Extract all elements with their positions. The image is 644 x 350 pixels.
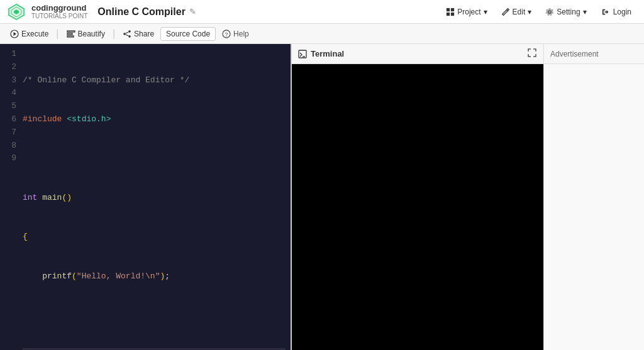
code-line-5: { (23, 231, 286, 244)
edit-icon (501, 8, 510, 16)
code-line-6: printf("Hello, World!\n"); (23, 270, 286, 283)
beautify-icon (67, 30, 75, 38)
site-title: codingground TUTORIALS POINT (31, 4, 87, 19)
nav-right: Project ▾ Edit ▾ Setting ▾ Login (441, 5, 638, 19)
terminal-header: Terminal (292, 44, 543, 64)
project-button[interactable]: Project ▾ (441, 5, 492, 19)
editor-content: 1 2 3 4 5 6 7 8 9 /* Online C Compiler a… (0, 44, 291, 350)
grid-icon (446, 8, 455, 16)
help-icon: ? (222, 30, 231, 38)
svg-rect-12 (67, 36, 74, 37)
execute-button[interactable]: Execute (5, 27, 53, 41)
editor-pane[interactable]: 1 2 3 4 5 6 7 8 9 /* Online C Compiler a… (0, 44, 291, 350)
svg-marker-9 (14, 32, 17, 36)
main: 1 2 3 4 5 6 7 8 9 /* Online C Compiler a… (0, 44, 644, 350)
ad-body (544, 64, 644, 350)
code-area[interactable]: /* Online C Compiler and Editor */ #incl… (20, 46, 291, 350)
ad-header: Advertisement (544, 44, 644, 64)
sep1: | (56, 29, 58, 39)
svg-text:?: ? (225, 31, 228, 38)
edit-button[interactable]: Edit ▾ (496, 5, 537, 19)
svg-point-14 (123, 33, 126, 35)
svg-point-13 (128, 30, 131, 33)
share-button[interactable]: Share (118, 27, 159, 41)
terminal-icon (298, 50, 307, 58)
svg-rect-4 (447, 8, 450, 11)
beautify-button[interactable]: Beautify (62, 27, 110, 41)
terminal-body[interactable] (292, 64, 543, 350)
svg-point-15 (128, 35, 131, 38)
terminal-expand-button[interactable] (527, 48, 537, 60)
source-code-button[interactable]: Source Code (160, 27, 216, 41)
code-line-2: #include <stdio.h> (23, 113, 286, 126)
svg-rect-6 (447, 12, 450, 15)
login-icon (602, 8, 611, 16)
logo-area: codingground TUTORIALS POINT (6, 2, 87, 22)
sep2: | (113, 29, 115, 39)
setting-button[interactable]: Setting ▾ (540, 5, 591, 19)
navbar: codingground TUTORIALS POINT Online C Co… (0, 0, 644, 24)
execute-icon (10, 30, 19, 38)
expand-icon (527, 48, 537, 58)
svg-rect-7 (451, 12, 454, 15)
gear-icon (545, 8, 554, 16)
logo-icon (6, 2, 26, 22)
svg-line-17 (126, 35, 129, 36)
svg-rect-10 (67, 31, 75, 32)
code-line-1: /* Online C Compiler and Editor */ (23, 74, 286, 87)
ad-area: Advertisement (543, 44, 644, 350)
svg-rect-11 (67, 33, 72, 35)
terminal-title: Terminal (298, 49, 344, 58)
terminal-pane: Terminal (292, 44, 543, 350)
svg-rect-5 (451, 8, 454, 11)
compiler-title: Online C Compiler (97, 6, 186, 18)
toolbar: Execute | Beautify | Share Source Code ?… (0, 24, 644, 44)
line-numbers: 1 2 3 4 5 6 7 8 9 (0, 46, 20, 350)
code-line-3 (23, 152, 286, 165)
edit-title-button[interactable]: ✎ (189, 7, 196, 16)
login-button[interactable]: Login (596, 5, 638, 19)
code-line-4: int main() (23, 192, 286, 205)
help-button[interactable]: ? Help (217, 27, 254, 41)
share-icon (123, 30, 131, 38)
svg-line-16 (126, 32, 129, 33)
code-line-7 (23, 309, 286, 322)
